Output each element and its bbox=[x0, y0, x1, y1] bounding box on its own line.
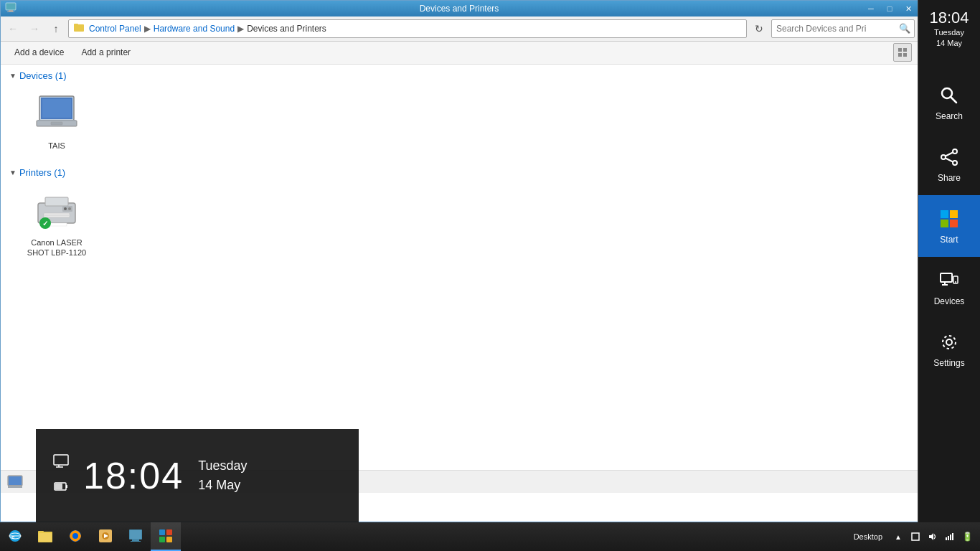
svg-rect-6 bbox=[903, 48, 907, 52]
device-tais[interactable]: TAIS bbox=[21, 87, 93, 156]
devices-grid: TAIS bbox=[9, 87, 910, 156]
devices-section-header[interactable]: ▼ Devices (1) bbox=[9, 70, 910, 81]
svg-rect-77 bbox=[952, 533, 953, 540]
svg-rect-7 bbox=[898, 53, 902, 57]
folder-icon bbox=[37, 527, 54, 545]
monitor-clock-icon bbox=[53, 453, 69, 473]
charm-devices[interactable]: Devices bbox=[918, 257, 980, 319]
svg-rect-16 bbox=[45, 197, 68, 206]
svg-rect-75 bbox=[948, 536, 949, 540]
add-printer-button[interactable]: Add a printer bbox=[73, 44, 138, 61]
refresh-button[interactable]: ↻ bbox=[750, 19, 768, 38]
taskbar-control-panel[interactable] bbox=[151, 522, 181, 551]
svg-line-34 bbox=[946, 159, 953, 162]
printers-collapse-arrow: ▼ bbox=[9, 169, 17, 176]
devices-charm-icon bbox=[938, 269, 961, 292]
window-controls: ─ □ ✕ bbox=[862, 1, 918, 17]
window-icon bbox=[5, 1, 17, 15]
taskbar-system[interactable] bbox=[121, 522, 151, 551]
speaker-tray-icon[interactable] bbox=[925, 529, 940, 544]
charms-bar: 18:04 Tuesday14 May Search Share bbox=[918, 0, 980, 551]
taskbar-explorer[interactable] bbox=[30, 522, 60, 551]
svg-rect-36 bbox=[950, 210, 958, 218]
laptop-icon bbox=[34, 92, 80, 138]
svg-rect-1 bbox=[9, 10, 13, 11]
charm-settings[interactable]: Settings bbox=[918, 319, 980, 380]
charms-time-display: 18:04 Tuesday14 May bbox=[918, 0, 980, 50]
breadcrumb: Control Panel ▶ Hardware and Sound ▶ Dev… bbox=[68, 19, 747, 38]
svg-line-29 bbox=[951, 97, 956, 103]
taskbar-desktop-label[interactable]: Desktop bbox=[854, 532, 882, 541]
svg-rect-39 bbox=[941, 273, 952, 282]
svg-rect-51 bbox=[55, 484, 62, 489]
device-tais-label: TAIS bbox=[48, 141, 65, 151]
clock-time: 18:04 bbox=[83, 457, 184, 494]
taskbar-ie[interactable]: e bbox=[0, 522, 30, 551]
media-icon bbox=[97, 527, 114, 545]
svg-point-60 bbox=[72, 533, 78, 539]
search-input[interactable] bbox=[771, 19, 915, 38]
maximize-button[interactable]: □ bbox=[880, 1, 899, 17]
device-printer-label: Canon LASERSHOT LBP-1120 bbox=[27, 237, 86, 258]
add-device-button[interactable]: Add a device bbox=[6, 44, 72, 61]
charm-settings-label: Settings bbox=[933, 358, 964, 368]
breadcrumb-hardware-sound[interactable]: Hardware and Sound bbox=[154, 24, 235, 34]
devices-section-title: Devices (1) bbox=[19, 70, 67, 81]
printer-icon: ✓ bbox=[34, 189, 80, 235]
svg-point-44 bbox=[946, 339, 952, 345]
svg-rect-76 bbox=[950, 534, 951, 540]
battery-clock-icon bbox=[53, 479, 69, 498]
search-charm-icon bbox=[938, 84, 961, 107]
flag-tray-icon[interactable] bbox=[908, 529, 923, 544]
svg-rect-13 bbox=[51, 122, 62, 125]
device-printer[interactable]: ✓ Canon LASERSHOT LBP-1120 bbox=[21, 184, 93, 263]
charm-share[interactable]: Share bbox=[918, 133, 980, 195]
firefox-icon bbox=[67, 527, 84, 545]
svg-rect-37 bbox=[941, 220, 948, 227]
view-options-button[interactable] bbox=[893, 43, 912, 62]
expand-tray-icon[interactable]: ▲ bbox=[891, 529, 905, 544]
minimize-button[interactable]: ─ bbox=[862, 1, 880, 17]
taskbar-firefox[interactable] bbox=[60, 522, 90, 551]
svg-rect-50 bbox=[66, 485, 67, 488]
breadcrumb-current: Devices and Printers bbox=[247, 24, 326, 34]
clock-date-str: 14 May bbox=[198, 476, 247, 495]
clock-day: Tuesday bbox=[198, 456, 247, 476]
charm-start[interactable]: Start bbox=[918, 195, 980, 257]
network-tray-icon[interactable] bbox=[943, 529, 957, 544]
up-button[interactable]: ↑ bbox=[47, 19, 65, 38]
toolbar: Add a device Add a printer bbox=[1, 42, 918, 65]
forward-button[interactable]: → bbox=[25, 19, 44, 38]
clock-overlay: 18:04 Tuesday 14 May bbox=[36, 429, 359, 522]
breadcrumb-control-panel[interactable]: Control Panel bbox=[89, 24, 141, 34]
svg-rect-2 bbox=[7, 11, 14, 12]
close-button[interactable]: ✕ bbox=[899, 1, 918, 17]
printers-section-header[interactable]: ▼ Printers (1) bbox=[9, 167, 910, 178]
charm-devices-label: Devices bbox=[934, 296, 965, 306]
taskbar-media[interactable] bbox=[90, 522, 121, 551]
back-button[interactable]: ← bbox=[4, 19, 22, 38]
battery-tray-icon[interactable]: 🔋 bbox=[960, 529, 974, 544]
svg-rect-38 bbox=[950, 220, 958, 227]
charm-search-label: Search bbox=[936, 111, 963, 121]
svg-rect-27 bbox=[8, 486, 22, 488]
svg-rect-71 bbox=[166, 537, 172, 542]
svg-rect-68 bbox=[159, 529, 165, 535]
share-charm-icon bbox=[938, 146, 961, 169]
window-title: Devices and Printers bbox=[420, 4, 499, 14]
printers-section-title: Printers (1) bbox=[19, 167, 65, 178]
svg-rect-58 bbox=[39, 533, 52, 542]
svg-rect-26 bbox=[9, 476, 22, 485]
svg-point-20 bbox=[68, 207, 71, 210]
svg-rect-0 bbox=[6, 3, 16, 10]
charm-search[interactable]: Search bbox=[918, 72, 980, 133]
svg-rect-72 bbox=[912, 533, 919, 540]
svg-point-19 bbox=[64, 207, 67, 210]
svg-rect-5 bbox=[898, 48, 902, 52]
svg-rect-69 bbox=[166, 529, 172, 535]
search-wrapper: 🔍 bbox=[771, 19, 915, 38]
cp-icon bbox=[157, 527, 174, 545]
charms-clock-date: Tuesday14 May bbox=[934, 27, 964, 50]
breadcrumb-folder-icon bbox=[73, 22, 85, 35]
svg-rect-65 bbox=[130, 530, 141, 539]
